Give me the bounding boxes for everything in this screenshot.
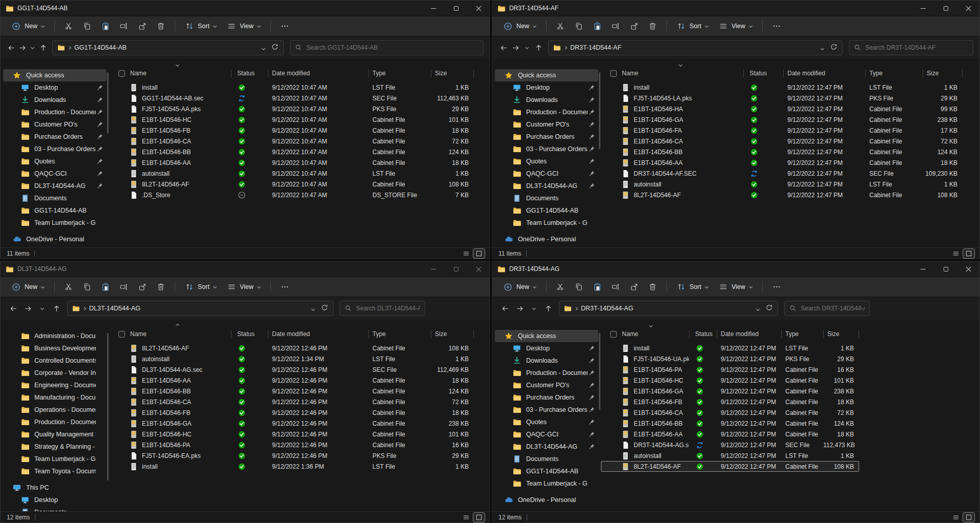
refresh-button[interactable] bbox=[271, 43, 279, 52]
sidebar-scrollbar[interactable] bbox=[599, 333, 600, 410]
file-row[interactable]: E1BT-14D546-CA9/12/2022 12:47 PMCabinet … bbox=[601, 407, 859, 418]
paste-button[interactable] bbox=[589, 18, 606, 34]
sidebar-item-controlled-documents-documents[interactable]: Controlled Documents - Documents bbox=[1, 354, 109, 367]
file-row[interactable]: E1BT-14D546-FB9/12/2022 10:47 AMCabinet … bbox=[109, 125, 474, 136]
forward-button[interactable] bbox=[21, 301, 34, 316]
delete-button[interactable] bbox=[644, 279, 661, 295]
file-row[interactable]: E1BT-14D546-AA9/12/2022 12:47 PMCabinet … bbox=[601, 157, 963, 168]
file-row[interactable]: E1BT-14D546-HA9/12/2022 12:47 PMCabinet … bbox=[601, 103, 963, 114]
file-row[interactable]: E1BT-14D546-PA9/12/2022 12:47 PMCabinet … bbox=[601, 364, 859, 375]
up-button[interactable] bbox=[533, 40, 544, 55]
address-dropdown-button[interactable] bbox=[757, 305, 759, 312]
address-bar[interactable]: DR3T-14D544-AG bbox=[559, 301, 778, 316]
file-row[interactable]: FJ5T-14D545-AA.pks9/12/2022 10:47 AMPKS … bbox=[109, 103, 474, 114]
column-header-type[interactable]: Type bbox=[368, 328, 431, 340]
sidebar-item-purchase-orders[interactable]: Purchase Orders bbox=[492, 131, 601, 143]
rename-button[interactable] bbox=[115, 18, 133, 34]
file-row[interactable]: autoinstall9/12/2022 12:47 PMLST File1 K… bbox=[601, 179, 963, 190]
sidebar-item-production-documents[interactable]: Production - Documents bbox=[1, 416, 109, 428]
details-view-toggle[interactable] bbox=[461, 513, 472, 522]
column-header-type[interactable]: Type bbox=[368, 67, 431, 79]
sidebar-item-downloads[interactable]: Downloads bbox=[1, 94, 109, 106]
sidebar-item-administration-documents[interactable]: Administration - Documents bbox=[1, 330, 109, 342]
maximize-button[interactable] bbox=[934, 261, 957, 277]
column-header-type[interactable]: Type bbox=[865, 67, 923, 79]
close-button[interactable] bbox=[467, 261, 490, 277]
file-row[interactable]: install9/12/2022 1:36 PMLST File1 KB bbox=[109, 461, 474, 472]
rename-button[interactable] bbox=[607, 279, 624, 295]
search-input[interactable] bbox=[306, 44, 478, 51]
sidebar-item-customer-po-s[interactable]: Customer PO's bbox=[1, 118, 109, 131]
column-header-name[interactable]: Name bbox=[109, 70, 231, 77]
sidebar-item-03-purchase-orders[interactable]: 03 - Purchase Orders bbox=[492, 143, 601, 155]
paste-button[interactable] bbox=[97, 279, 114, 295]
sidebar-item-corporate-vendor-invoices[interactable]: Corporate - Vendor Invoices bbox=[1, 367, 109, 379]
column-header-size[interactable]: Size bbox=[923, 67, 963, 79]
file-row[interactable]: E1BT-14D546-AA9/12/2022 12:47 PMCabinet … bbox=[601, 429, 859, 440]
view-button[interactable]: View bbox=[222, 18, 265, 34]
minimize-button[interactable] bbox=[912, 1, 934, 16]
search-box[interactable] bbox=[340, 301, 425, 316]
select-all-checkbox[interactable] bbox=[610, 70, 617, 77]
more-options-button[interactable] bbox=[276, 18, 294, 34]
maximize-button[interactable] bbox=[934, 1, 957, 16]
file-row[interactable]: E1BT-14D546-BB9/12/2022 12:47 PMCabinet … bbox=[601, 418, 859, 429]
back-button[interactable] bbox=[498, 301, 512, 316]
file-row[interactable]: GG1T-14D544-AB.sec9/12/2022 10:47 AMSEC … bbox=[109, 93, 474, 103]
sidebar-item-operations-documents[interactable]: Operations - Documents bbox=[1, 404, 109, 416]
share-button[interactable] bbox=[625, 279, 643, 295]
refresh-button[interactable] bbox=[321, 304, 328, 313]
sidebar-item-desktop[interactable]: Desktop bbox=[1, 494, 109, 506]
file-row[interactable]: E1BT-14D546-HC9/12/2022 12:47 PMCabinet … bbox=[601, 375, 859, 386]
select-all-checkbox[interactable] bbox=[610, 331, 617, 338]
file-row[interactable]: E1BT-14D546-PA9/12/2022 12:46 PMCabinet … bbox=[109, 440, 474, 450]
sidebar-item-documents[interactable]: Documents bbox=[492, 453, 601, 465]
column-header-type[interactable]: Type bbox=[781, 328, 823, 340]
thumbnails-view-toggle[interactable] bbox=[473, 513, 485, 522]
file-row[interactable]: E1BT-14D546-AA9/12/2022 10:47 AMCabinet … bbox=[109, 157, 474, 168]
column-header-status[interactable]: Status bbox=[689, 328, 717, 340]
up-button[interactable] bbox=[38, 40, 48, 55]
sidebar-item-quotes[interactable]: Quotes bbox=[492, 155, 601, 168]
sidebar-item-quick-access[interactable]: Quick access bbox=[3, 69, 107, 81]
sidebar-item-03-purchase-orders[interactable]: 03 - Purchase Orders bbox=[492, 404, 601, 416]
file-row[interactable]: E1BT-14D546-GA9/12/2022 12:47 PMCabinet … bbox=[601, 386, 859, 396]
sidebar-item-team-lumberjack-general[interactable]: Team Lumberjack - General bbox=[492, 217, 601, 229]
column-header-date[interactable]: Date modified bbox=[783, 67, 865, 79]
file-row[interactable]: FJ5T-14D546-UA.pks9/12/2022 12:47 PMPKS … bbox=[601, 353, 859, 364]
minimize-button[interactable] bbox=[422, 1, 445, 16]
sidebar-item-documents[interactable]: Documents bbox=[492, 192, 601, 204]
sidebar-scrollbar[interactable] bbox=[107, 333, 109, 480]
minimize-button[interactable] bbox=[422, 261, 445, 277]
more-options-button[interactable] bbox=[276, 279, 294, 295]
recent-locations-button[interactable] bbox=[35, 301, 49, 316]
refresh-button[interactable] bbox=[830, 43, 838, 52]
select-all-checkbox[interactable] bbox=[118, 331, 125, 338]
delete-button[interactable] bbox=[644, 18, 661, 34]
up-button[interactable] bbox=[50, 301, 63, 316]
column-header-status[interactable]: Status bbox=[743, 67, 783, 79]
sidebar-item-purchase-orders[interactable]: Purchase Orders bbox=[492, 391, 601, 404]
more-options-button[interactable] bbox=[768, 279, 785, 295]
file-row[interactable]: FJ5T-14D545-LA.pks9/12/2022 12:47 PMPKS … bbox=[601, 93, 963, 103]
file-row[interactable]: DL3T-14D544-AG.sec9/12/2022 12:46 PMSEC … bbox=[109, 364, 474, 375]
column-header-name[interactable]: Name bbox=[601, 70, 743, 77]
sidebar-scrollbar[interactable] bbox=[107, 72, 109, 134]
file-row[interactable]: autoinstall9/12/2022 10:47 AMLST File1 K… bbox=[109, 168, 474, 179]
sidebar-item-production-documents[interactable]: Production - Documents bbox=[1, 106, 109, 118]
column-header-date[interactable]: Date modified bbox=[717, 328, 781, 340]
thumbnails-view-toggle[interactable] bbox=[963, 249, 974, 258]
file-row[interactable]: 8L2T-14D546-AF9/12/2022 12:47 PMCabinet … bbox=[601, 190, 963, 200]
sidebar-item-documents[interactable]: Documents bbox=[1, 506, 109, 511]
file-row[interactable]: 8L2T-14D546-AF9/12/2022 12:46 PMCabinet … bbox=[109, 343, 474, 353]
back-button[interactable] bbox=[7, 40, 16, 55]
sidebar-item-engineering-documents[interactable]: Engineering - Documents bbox=[1, 379, 109, 391]
more-options-button[interactable] bbox=[768, 18, 785, 34]
file-row[interactable]: E1BT-14D546-GA9/12/2022 12:46 PMCabinet … bbox=[109, 418, 474, 429]
column-header-size[interactable]: Size bbox=[431, 328, 474, 340]
address-dropdown-button[interactable] bbox=[821, 44, 824, 51]
sidebar-item-quality-management-system-documents[interactable]: Quality Management System - Documents bbox=[1, 428, 109, 441]
sidebar-item-manufacturing-documents[interactable]: Manufacturing - Documents bbox=[1, 391, 109, 404]
sidebar-item-qaqc-gci[interactable]: QAQC-GCI bbox=[1, 168, 109, 180]
file-row[interactable]: DR3T-14D544-AG.sec9/12/2022 12:47 PMSEC … bbox=[601, 440, 859, 450]
